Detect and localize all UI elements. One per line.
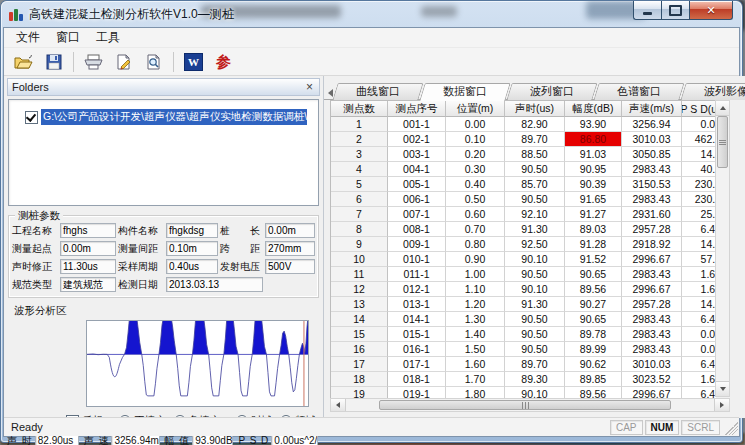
param-label-2: 桩 长	[220, 224, 263, 238]
scroll-left-button[interactable]	[331, 399, 346, 411]
horizontal-scrollbar[interactable]	[330, 398, 730, 412]
scroll-up-button[interactable]	[716, 101, 729, 116]
vertical-scrollbar[interactable]	[715, 100, 730, 397]
table-row[interactable]: 11011-11.0090.5090.652983.431.60	[331, 267, 716, 282]
table-row[interactable]: 17017-11.6089.7090.623010.036.40	[331, 357, 716, 372]
table-row[interactable]: 14014-11.3090.5090.652983.436.40	[331, 312, 716, 327]
param-value-8[interactable]: 500V	[265, 259, 315, 274]
header-cell-3[interactable]: 声时(us)	[505, 101, 565, 117]
param-value-5[interactable]: 270mm	[265, 241, 315, 256]
cell-r13-c2: 1.20	[446, 297, 505, 312]
window-title: 高铁建混凝土检测分析软件V1.0—测桩	[29, 6, 234, 23]
param-value-0[interactable]: fhghs	[60, 223, 116, 238]
param-value-3[interactable]: 0.00m	[60, 241, 116, 256]
window-body: 文件窗口工具	[4, 28, 739, 436]
tab-scroll-left-icon[interactable]	[328, 89, 333, 97]
header-cell-2[interactable]: 位置(m)	[446, 101, 505, 117]
minimize-button[interactable]	[633, 1, 661, 20]
table-row[interactable]: 4004-10.3090.5090.952983.4340.0	[331, 162, 716, 177]
tab-label-3: 色谱窗口	[617, 84, 661, 99]
header-cell-4[interactable]: 幅度(dB)	[565, 101, 622, 117]
tab-1[interactable]: 数据窗口	[422, 83, 508, 100]
table-row[interactable]: 3003-10.2088.5091.033050.8514.4	[331, 147, 716, 162]
table-row[interactable]: 10010-10.9090.1091.522996.6757.6	[331, 252, 716, 267]
horizontal-scroll-thumb[interactable]	[379, 400, 671, 410]
cell-r15-c2: 1.40	[446, 327, 505, 342]
scroll-down-button[interactable]	[716, 381, 729, 396]
scroll-right-button[interactable]	[714, 399, 729, 411]
pane-close-icon[interactable]: ×	[304, 81, 315, 93]
folder-item[interactable]: G:\公司产品设计开发\超声仪器\超声仪实地检测数据调桩\qd\qd03\qd0…	[25, 109, 315, 125]
table-row[interactable]: 12012-11.1090.1089.562996.671.60	[331, 282, 716, 297]
header-cell-0[interactable]: 测点数	[331, 101, 388, 117]
parameters-button[interactable]: 参	[209, 49, 238, 75]
status-indicator-scrl: SCRL	[681, 420, 720, 435]
save-button[interactable]	[39, 49, 68, 75]
header-cell-6[interactable]: P S D(us	[682, 101, 716, 117]
open-folder-icon	[14, 54, 33, 70]
cell-r16-c2: 1.50	[446, 342, 505, 357]
param-value-7[interactable]: 0.40us	[166, 259, 218, 274]
param-value-9[interactable]: 建筑规范	[60, 277, 116, 292]
folders-pane-header[interactable]: Folders ×	[7, 78, 320, 96]
header-cell-5[interactable]: 声速(m/s)	[622, 101, 682, 117]
tab-2[interactable]: 波列窗口	[509, 83, 595, 100]
param-value-1[interactable]: fhgkdsg	[166, 223, 218, 238]
resize-grip[interactable]	[725, 422, 738, 435]
print-preview-button[interactable]	[139, 49, 168, 75]
table-row[interactable]: 5005-10.4085.7090.393150.53230.4	[331, 177, 716, 192]
table-row[interactable]: 19019-11.8090.1089.562996.676.40	[331, 387, 716, 398]
parameters-icon: 参	[216, 54, 231, 69]
maximize-button[interactable]	[661, 1, 689, 20]
print-button[interactable]	[79, 49, 108, 75]
open-file-button[interactable]	[9, 49, 38, 75]
cell-r15-c1: 015-1	[388, 327, 446, 342]
app-icon	[9, 8, 24, 21]
title-bar[interactable]: 高铁建混凝土检测分析软件V1.0—测桩 ✕	[1, 1, 742, 28]
cell-r1-c6: 0.00	[682, 117, 716, 132]
param-value-10[interactable]: 2013.03.13	[166, 277, 263, 292]
table-row[interactable]: 2002-10.1089.7086.803010.03462.4	[331, 132, 716, 147]
export-page-icon	[115, 54, 132, 70]
export-button[interactable]	[109, 49, 138, 75]
table-row[interactable]: 15015-11.4090.5089.782983.430.00	[331, 327, 716, 342]
data-table-zone: 测点数测点序号位置(m)声时(us)幅度(dB)声速(m/s)P S D(us1…	[330, 100, 745, 416]
cell-r11-c0: 11	[331, 267, 388, 282]
table-row[interactable]: 16016-11.5090.5089.992983.430.00	[331, 342, 716, 357]
tab-4[interactable]: 波列影像	[683, 83, 745, 100]
cell-r1-c3: 82.90	[505, 117, 565, 132]
word-report-button[interactable]: W	[179, 49, 208, 75]
cell-r3-c6: 14.4	[682, 147, 716, 162]
cell-r15-c3: 90.50	[505, 327, 565, 342]
vertical-scroll-thumb[interactable]	[717, 116, 728, 168]
tab-0[interactable]: 曲线窗口	[335, 83, 421, 100]
folder-path-label[interactable]: G:\公司产品设计开发\超声仪器\超声仪实地检测数据调桩\qd\qd03\qd0…	[41, 109, 307, 125]
cell-r12-c3: 90.10	[505, 282, 565, 297]
param-value-2[interactable]: 0.00m	[265, 223, 315, 238]
cell-r17-c1: 017-1	[388, 357, 446, 372]
cell-r2-c0: 2	[331, 132, 388, 147]
waveform-plot[interactable]	[86, 320, 309, 407]
tab-3[interactable]: 色谱窗口	[596, 83, 682, 100]
menu-item-1[interactable]: 窗口	[48, 28, 88, 47]
param-value-6[interactable]: 11.30us	[60, 259, 116, 274]
cell-r9-c6: 14.4	[682, 237, 716, 252]
param-label-1: 构件名称	[118, 224, 164, 238]
header-cell-1[interactable]: 测点序号	[388, 101, 446, 117]
table-row[interactable]: 7007-10.6092.1091.272931.6025.6	[331, 207, 716, 222]
table-row[interactable]: 18018-11.7089.3089.853023.521.60	[331, 372, 716, 387]
checkbox-icon[interactable]	[25, 111, 38, 124]
cell-r10-c0: 10	[331, 252, 388, 267]
scroll-up-icon	[720, 106, 726, 110]
close-button[interactable]: ✕	[689, 1, 733, 20]
table-row[interactable]: 1001-10.0082.9093.903256.940.00	[331, 117, 716, 132]
param-value-4[interactable]: 0.10m	[166, 241, 218, 256]
menu-item-0[interactable]: 文件	[8, 28, 48, 47]
table-row[interactable]: 8008-10.7091.3089.032957.286.40	[331, 222, 716, 237]
cell-r10-c3: 90.10	[505, 252, 565, 267]
table-row[interactable]: 9009-10.8092.5091.282918.9214.4	[331, 237, 716, 252]
menu-item-2[interactable]: 工具	[88, 28, 128, 47]
cell-r1-c2: 0.00	[446, 117, 505, 132]
table-row[interactable]: 6006-10.5090.5091.652983.43230.4	[331, 192, 716, 207]
table-row[interactable]: 13013-11.2091.3090.272957.2814.4	[331, 297, 716, 312]
